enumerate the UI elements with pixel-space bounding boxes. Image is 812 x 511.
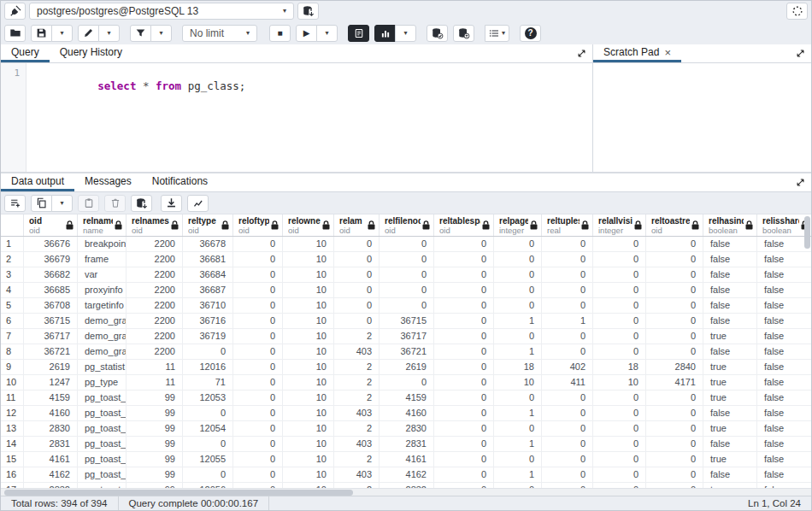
cell[interactable]: 2831 [24,437,78,451]
column-header-oid[interactable]: oidoid [24,214,78,236]
cell[interactable]: 2830 [380,421,434,436]
cell[interactable]: 10 [283,437,334,451]
cell[interactable]: 36682 [24,267,78,282]
cell[interactable]: 36679 [24,252,78,267]
delete-row-button[interactable] [104,195,126,212]
cell[interactable]: 12054 [183,421,233,436]
cell[interactable]: 2 [334,360,380,374]
code-area[interactable]: select * from pg_class; [26,63,592,172]
expand-scratch-button[interactable] [789,44,811,62]
cell[interactable]: demo_gra… [78,314,127,328]
close-icon[interactable]: × [664,46,671,59]
cell[interactable]: false [757,467,811,482]
scratch-pad-editor[interactable] [593,63,811,172]
cell[interactable]: 0 [233,406,283,420]
tab-scratch-pad[interactable]: Scratch Pad × [593,44,681,62]
row-number-cell[interactable]: 5 [1,298,24,313]
cell[interactable]: 0 [380,375,434,390]
cell[interactable]: 402 [542,360,593,374]
horizontal-scrollbar-track[interactable] [1,488,811,496]
cell[interactable]: pg_toast_… [78,437,127,451]
cell[interactable]: 0 [542,267,593,282]
cell[interactable]: 0 [542,237,593,251]
cell[interactable]: 36721 [24,344,78,359]
cell[interactable]: 36717 [380,329,434,344]
cell[interactable]: 2200 [127,298,183,313]
cell[interactable]: 2 [334,329,380,344]
tab-data-output[interactable]: Data output [1,173,74,191]
cell[interactable]: demo_gra… [78,344,127,359]
connection-status-button[interactable] [4,3,26,20]
cell[interactable]: 0 [646,344,703,359]
cell[interactable]: 99 [127,406,183,420]
cell[interactable]: 0 [380,283,434,297]
execute-menu-button[interactable]: ▾ [316,25,338,42]
cell[interactable]: 1247 [24,375,78,390]
cell[interactable]: false [757,344,811,359]
cell[interactable]: 36687 [183,283,233,297]
cell[interactable]: 0 [380,298,434,313]
cell[interactable]: 0 [542,283,593,297]
cell[interactable]: 0 [646,252,703,267]
activity-spinner-button[interactable] [786,3,808,20]
cell[interactable]: 36681 [183,252,233,267]
cell[interactable]: 403 [334,406,380,420]
column-header-reltype[interactable]: reltypeoid [183,214,233,236]
sql-editor[interactable]: 1 select * from pg_class; [1,63,592,172]
cell[interactable]: 0 [542,406,593,420]
cell[interactable]: 0 [593,452,646,467]
cell[interactable]: 10 [283,252,334,267]
column-header-reltoastrelid[interactable]: reltoastrelidoid [646,214,703,236]
cell[interactable]: 0 [494,298,542,313]
cell[interactable]: false [757,298,811,313]
cell[interactable]: false [703,406,757,420]
cell[interactable]: 0 [233,298,283,313]
cell[interactable]: false [757,452,811,467]
cell[interactable]: 0 [434,360,494,374]
expand-results-button[interactable] [789,173,811,191]
cell[interactable]: false [703,437,757,451]
cell[interactable]: 1 [494,314,542,328]
cell[interactable]: 4159 [24,391,78,405]
cell[interactable]: 0 [646,329,703,344]
cell[interactable]: 18 [593,360,646,374]
cell[interactable]: 12053 [183,391,233,405]
cell[interactable]: 0 [334,283,380,297]
cell[interactable]: 0 [434,314,494,328]
cell[interactable]: 4162 [380,467,434,482]
cell[interactable]: true [703,329,757,344]
cell[interactable]: 18 [494,360,542,374]
cell[interactable]: 403 [334,344,380,359]
column-header-reltuples[interactable]: reltuplesreal [542,214,593,236]
cell[interactable]: 10 [283,267,334,282]
cell[interactable]: false [757,406,811,420]
cell[interactable]: 2200 [127,344,183,359]
execute-button[interactable]: ▶ [296,25,317,42]
cell[interactable]: 0 [593,252,646,267]
tab-notifications[interactable]: Notifications [142,173,218,191]
cell[interactable]: 0 [434,437,494,451]
cell[interactable]: 10 [283,375,334,390]
row-number-cell[interactable]: 8 [1,344,24,359]
column-header-relisshared[interactable]: relissharedboolean [757,214,811,236]
cell[interactable]: 0 [646,421,703,436]
add-row-button[interactable] [4,195,26,212]
cell[interactable]: 0 [542,391,593,405]
cell[interactable]: 4160 [24,406,78,420]
cell[interactable]: 2 [334,391,380,405]
cell[interactable]: pg_toast_… [78,406,127,420]
cell[interactable]: 36684 [183,267,233,282]
cell[interactable]: 0 [434,267,494,282]
cell[interactable]: false [757,237,811,251]
explain-menu-button[interactable]: ▾ [395,25,416,42]
cell[interactable]: false [757,421,811,436]
cell[interactable]: true [703,391,757,405]
cell[interactable]: 10 [283,283,334,297]
cell[interactable]: 0 [542,437,593,451]
cell[interactable]: false [757,252,811,267]
cell[interactable]: 2840 [646,360,703,374]
connection-dropdown[interactable]: postgres/postgres@PostgreSQL 13 ▾ [29,3,294,20]
cell[interactable]: false [757,360,811,374]
cell[interactable]: 36717 [24,329,78,344]
cell[interactable]: 36676 [24,237,78,251]
